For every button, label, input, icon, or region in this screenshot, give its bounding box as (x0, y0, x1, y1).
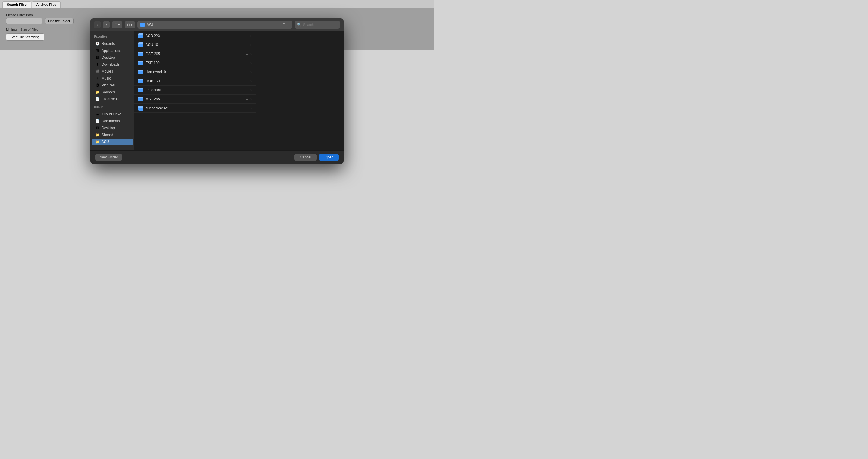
file-row-cse205[interactable]: CSE 205 ☁ › (134, 50, 256, 59)
file-name-hon171: HON 171 (146, 79, 250, 83)
sidebar-item-movies[interactable]: 🎬 Movies (92, 68, 133, 75)
tab-bar: Search Files Analyze Files (0, 0, 434, 8)
chevron-mat265-icon: › (250, 97, 252, 101)
cancel-button[interactable]: Cancel (294, 154, 316, 161)
open-button[interactable]: Open (319, 154, 339, 161)
folder-mat265-icon (138, 97, 143, 101)
folder-asu101-icon (138, 42, 143, 47)
grid-app-icon: ⊞ (95, 48, 99, 53)
tab-search-files[interactable]: Search Files (2, 1, 31, 7)
file-pane: ASB 223 › ASU 101 › CSE 205 ☁ › (134, 31, 256, 150)
folder-important-icon (138, 88, 143, 93)
file-row-sunhacks[interactable]: sunhacks2021 › (134, 104, 256, 112)
file-row-important[interactable]: Important › (134, 86, 256, 95)
footer-right: Cancel Open (294, 154, 339, 161)
file-name-cse205: CSE 205 (146, 52, 245, 56)
file-name-asu101: ASU 101 (146, 43, 250, 47)
sidebar-item-shared-label: Shared (101, 133, 113, 137)
folder-icon (141, 23, 145, 27)
folder-fse100-icon (138, 61, 143, 65)
sidebar-item-asu-label: ASU (101, 140, 109, 144)
location-bar[interactable]: ASU ⌃⌄ (137, 21, 292, 29)
sidebar-item-creative-cloud-label: Creative C... (101, 97, 122, 101)
folder-sunhacks-icon (138, 106, 143, 110)
sidebar-item-documents[interactable]: 📄 Documents (92, 118, 133, 124)
sidebar-item-icloud-drive-label: iCloud Drive (101, 112, 121, 116)
file-name-homework0: Homework 0 (146, 70, 250, 74)
tab-analyze-files[interactable]: Analyze Files (32, 1, 61, 7)
cloud-mat265-icon: ☁ (245, 97, 249, 101)
folder-homework0-icon (138, 70, 143, 74)
favorites-label: Favorites (90, 35, 134, 40)
chevron-asu101-icon: › (250, 43, 252, 47)
location-arrows-icon: ⌃⌄ (282, 22, 289, 27)
cloud-cse205-icon: ☁ (245, 52, 249, 56)
file-name-sunhacks: sunhacks2021 (146, 106, 250, 110)
sidebar-item-icloud-drive[interactable]: ☁ iCloud Drive (92, 111, 133, 118)
sidebar-item-applications-label: Applications (101, 48, 121, 53)
file-name-fse100: FSE 100 (146, 61, 250, 65)
preview-pane (256, 31, 344, 150)
download-icon: ⬇ (95, 62, 99, 67)
location-text: ASU (147, 23, 282, 27)
sidebar-item-documents-label: Documents (101, 119, 120, 123)
sidebar-item-desktop-icloud-label: Desktop (101, 126, 115, 130)
back-button[interactable]: ‹ (94, 21, 101, 28)
chevron-asb223-icon: › (250, 34, 252, 38)
sidebar-item-music[interactable]: ♪ Music (92, 75, 133, 81)
music-icon: ♪ (95, 76, 99, 80)
view-dropdown-icon: ▾ (118, 23, 120, 27)
film-icon: 🎬 (95, 69, 99, 73)
chevron-fse100-icon: › (250, 61, 252, 65)
sidebar: Favorites 🕐 Recents ⊞ Applications 🖥 Des… (90, 31, 134, 150)
file-row-homework0[interactable]: Homework 0 › (134, 67, 256, 76)
file-picker-modal: ‹ › ⊞ ▾ ⊟ ▾ ASU ⌃⌄ 🔍 (90, 19, 344, 164)
grid-view-button[interactable]: ⊟ ▾ (125, 21, 135, 28)
sidebar-item-asu[interactable]: 📁 ASU (92, 138, 133, 145)
folder-cse205-icon (138, 52, 143, 56)
icloud-label: iCloud (90, 105, 134, 110)
sidebar-item-applications[interactable]: ⊞ Applications (92, 47, 133, 54)
sidebar-item-recents[interactable]: 🕐 Recents (92, 40, 133, 47)
sidebar-item-desktop[interactable]: 🖥 Desktop (92, 54, 133, 61)
desktop-icon: 🖥 (95, 126, 99, 130)
folder-hon171-icon (138, 78, 143, 84)
file-row-mat265[interactable]: MAT 265 ☁ › (134, 95, 256, 104)
chevron-important-icon: › (250, 88, 252, 92)
sidebar-item-sources[interactable]: 📁 Sources (92, 89, 133, 96)
file-row-asb223[interactable]: ASB 223 › (134, 31, 256, 40)
monitor-icon: 🖥 (95, 56, 99, 60)
sidebar-item-desktop-label: Desktop (101, 56, 115, 60)
sidebar-item-downloads-label: Downloads (101, 62, 119, 67)
start-file-searching-button[interactable]: Start File Searching (6, 33, 44, 41)
sidebar-item-pictures[interactable]: 🖼 Pictures (92, 82, 133, 89)
file-row-fse100[interactable]: FSE 100 › (134, 59, 256, 67)
sidebar-item-movies-label: Movies (101, 69, 113, 73)
search-input[interactable] (303, 23, 338, 27)
modal-toolbar: ‹ › ⊞ ▾ ⊟ ▾ ASU ⌃⌄ 🔍 (90, 19, 344, 31)
sidebar-item-recents-label: Recents (101, 41, 115, 46)
clock-icon: 🕐 (95, 41, 99, 46)
sidebar-item-desktop-icloud[interactable]: 🖥 Desktop (92, 125, 133, 131)
modal-overlay: ‹ › ⊞ ▾ ⊟ ▾ ASU ⌃⌄ 🔍 (0, 8, 434, 50)
app-area: Please Enter Path: Find the Folder Minim… (0, 8, 434, 50)
sidebar-item-sources-label: Sources (101, 90, 115, 94)
chevron-hon171-icon: › (250, 79, 252, 83)
file-name-mat265: MAT 265 (146, 97, 245, 101)
search-bar[interactable]: 🔍 (295, 21, 340, 29)
forward-button[interactable]: › (103, 21, 110, 28)
sidebar-item-downloads[interactable]: ⬇ Downloads (92, 61, 133, 68)
new-folder-button[interactable]: New Folder (95, 154, 122, 161)
cloud-icon: ☁ (95, 112, 99, 116)
file-row-hon171[interactable]: HON 171 › (134, 76, 256, 86)
sidebar-item-shared[interactable]: 📁 Shared (92, 132, 133, 138)
sidebar-item-creative-cloud[interactable]: 📄 Creative C... (92, 96, 133, 102)
shared-folder-icon: 📁 (95, 133, 99, 137)
chevron-homework0-icon: › (250, 70, 252, 74)
chevron-cse205-icon: › (250, 52, 252, 56)
search-icon: 🔍 (297, 23, 302, 27)
asu-folder-icon: 📁 (95, 140, 99, 144)
file-name-asb223: ASB 223 (146, 34, 250, 38)
file-row-asu101[interactable]: ASU 101 › (134, 40, 256, 50)
column-view-button[interactable]: ⊞ ▾ (112, 21, 122, 28)
